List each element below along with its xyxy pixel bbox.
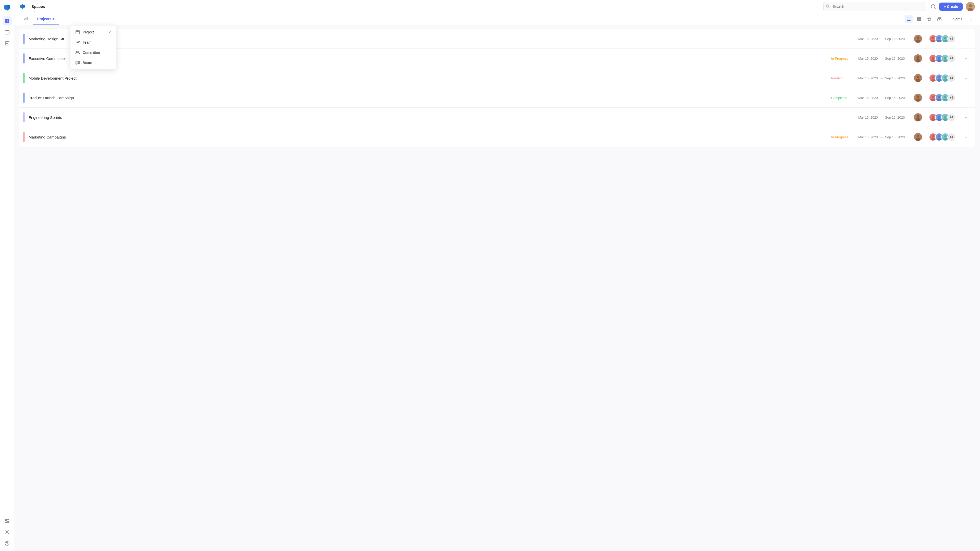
main-content: > Spaces + Create — [14, 0, 980, 551]
member-lead-avatar — [913, 132, 923, 141]
project-dates: Mar 15, 2020 → Sep 15, 2020 — [858, 37, 909, 41]
svg-point-66 — [938, 57, 940, 59]
svg-rect-28 — [917, 19, 919, 21]
svg-rect-2 — [5, 21, 7, 23]
search-icon-topbar[interactable] — [931, 4, 936, 10]
project-dates: Mar 15, 2020 → Sep 15, 2020 — [858, 76, 909, 80]
user-avatar[interactable] — [966, 2, 975, 11]
table-row: Marketing Campaigns In Progress Mar 15, … — [19, 127, 975, 147]
member-count: +4 — [947, 35, 956, 43]
project-name[interactable]: Marketing Campaigns — [29, 135, 827, 139]
more-options-button[interactable]: ··· — [963, 113, 971, 121]
svg-point-109 — [916, 138, 920, 141]
tab-all[interactable]: All — [19, 13, 33, 25]
more-options-button[interactable]: ··· — [963, 94, 971, 102]
svg-rect-4 — [5, 30, 9, 34]
svg-point-42 — [76, 52, 78, 53]
topbar: > Spaces + Create — [14, 0, 980, 13]
sidebar-item-projects[interactable] — [3, 16, 12, 25]
svg-point-88 — [931, 99, 935, 102]
dropdown-item-committee[interactable]: Committee — [72, 48, 115, 58]
sidebar-item-settings[interactable] — [3, 527, 12, 537]
project-members: +4 — [913, 93, 956, 102]
project-name[interactable]: Marketing Design Str... — [29, 37, 827, 41]
breadcrumb-spaces[interactable]: Spaces — [32, 4, 45, 9]
svg-point-75 — [932, 76, 934, 79]
svg-point-43 — [78, 52, 79, 53]
more-options-button[interactable]: ··· — [963, 74, 971, 82]
project-dates: Mar 15, 2020 → Sep 15, 2020 — [858, 135, 909, 139]
sidebar-item-help[interactable] — [3, 539, 12, 548]
sidebar-item-calendar[interactable] — [3, 27, 12, 37]
dropdown-item-project[interactable]: Project ✓ — [72, 27, 115, 37]
svg-rect-44 — [76, 61, 77, 64]
project-dates: Mar 15, 2020 → Sep 15, 2020 — [858, 57, 909, 60]
svg-rect-24 — [907, 19, 911, 19]
sidebar-item-tasks[interactable] — [3, 39, 12, 48]
project-name[interactable]: Executive Committee — [29, 56, 827, 61]
svg-point-99 — [932, 116, 934, 118]
svg-rect-29 — [919, 19, 921, 21]
project-list: Marketing Design Str... Mar 15, 2020 → S… — [14, 25, 980, 151]
app-logo[interactable] — [3, 3, 12, 12]
sort-chevron: ▾ — [961, 17, 962, 21]
svg-point-84 — [917, 95, 920, 98]
member-group: +4 — [929, 133, 956, 141]
svg-point-111 — [932, 135, 934, 138]
member-lead-avatar — [913, 113, 923, 122]
svg-point-15 — [7, 545, 7, 545]
favorites-button[interactable] — [925, 15, 933, 23]
dropdown-label-committee: Committee — [83, 51, 100, 55]
archive-button[interactable] — [935, 15, 943, 23]
project-name[interactable]: Mobile Development Project — [29, 76, 827, 80]
member-lead-avatar — [913, 34, 923, 43]
svg-point-85 — [916, 98, 920, 102]
search-input[interactable] — [823, 2, 925, 11]
more-options-button[interactable]: ··· — [963, 133, 971, 141]
list-view-button[interactable] — [905, 15, 913, 23]
svg-point-69 — [944, 57, 947, 59]
project-name[interactable]: Product Launch Campaign — [29, 96, 827, 100]
sort-button[interactable]: ↑↓ Sort ▾ — [945, 15, 965, 23]
project-icon — [75, 30, 80, 35]
svg-marker-30 — [928, 17, 931, 21]
project-members: +4 — [913, 132, 956, 141]
project-name[interactable]: Engineering Sprints — [29, 115, 827, 120]
project-dates: Mar 15, 2020 → Sep 15, 2020 — [858, 96, 909, 100]
dropdown-label-project: Project — [83, 30, 94, 34]
create-button[interactable]: + Create — [939, 3, 963, 11]
dropdown-label-board: Board — [83, 61, 92, 65]
svg-rect-27 — [919, 17, 921, 19]
more-options-button[interactable]: ··· — [963, 35, 971, 43]
member-count: +4 — [947, 113, 956, 121]
project-members: +4 — [913, 54, 956, 63]
filter-button[interactable] — [967, 15, 975, 23]
svg-point-118 — [943, 138, 947, 141]
more-options-button[interactable]: ··· — [963, 54, 971, 62]
svg-rect-46 — [78, 61, 80, 64]
member-count: +4 — [947, 94, 956, 102]
svg-point-58 — [943, 40, 947, 43]
project-dates: Mar 15, 2020 → Sep 15, 2020 — [858, 116, 909, 119]
breadcrumb: > Spaces — [19, 3, 45, 10]
svg-rect-26 — [917, 17, 919, 19]
dropdown-item-team[interactable]: Team — [72, 37, 115, 48]
svg-point-73 — [916, 79, 920, 82]
board-icon — [75, 60, 80, 65]
svg-point-97 — [916, 118, 920, 121]
grid-view-button[interactable] — [915, 15, 923, 23]
member-group: +4 — [929, 94, 956, 102]
svg-point-115 — [937, 138, 941, 141]
content-area: Marketing Design Str... Mar 15, 2020 → S… — [14, 25, 980, 551]
dropdown-item-board[interactable]: Board — [72, 58, 115, 68]
svg-point-13 — [6, 531, 8, 533]
svg-point-81 — [944, 76, 947, 79]
tab-projects[interactable]: Projects ▾ — [33, 13, 59, 25]
svg-point-93 — [944, 96, 947, 98]
sidebar-item-dashboard[interactable] — [3, 516, 12, 526]
svg-point-79 — [937, 79, 941, 82]
svg-point-76 — [931, 79, 935, 82]
project-status: In Progress — [831, 57, 854, 60]
svg-rect-1 — [7, 19, 9, 21]
project-members: +4 — [913, 73, 956, 83]
